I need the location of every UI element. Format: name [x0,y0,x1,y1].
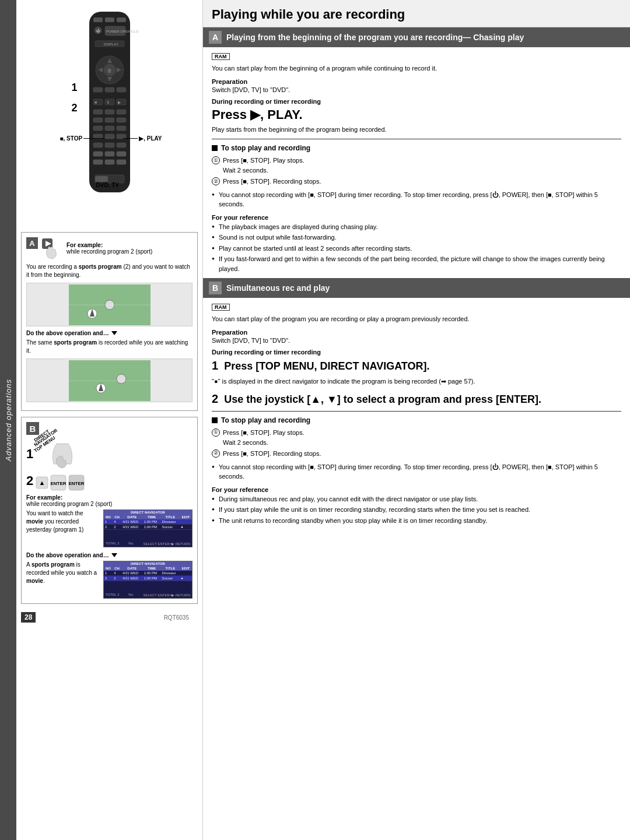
do-above-label: Do the above operation and… [26,330,192,336]
ram-badge-b: RAM [212,304,230,311]
svg-rect-41 [93,152,103,156]
bottom-bar: 28 RQT6035 [21,610,198,625]
svg-text:ENTER: ENTER [51,481,66,486]
dn-title: DIRECT NAVIGATOR [104,510,192,515]
section-b-content: RAM You can start play of the program yo… [203,303,630,525]
stop-label: ■, STOP [60,135,83,142]
svg-text:■: ■ [94,100,97,104]
section-b-title-right: Simultaneous rec and play [226,283,330,293]
section-a-desc2: The same sports program is recorded whil… [26,339,192,355]
svg-rect-2 [105,17,114,22]
ref-label-a: For your reference [212,214,621,221]
section-b-header-right: B Simultaneous rec and play [203,278,630,298]
play-hand-icon [41,237,63,259]
play-label: ▶, PLAY [139,135,162,142]
svg-text:POWER OPEN/CLOSE: POWER OPEN/CLOSE [106,30,139,33]
section-a-badge: A [26,237,38,249]
ref-bullet-item: The playback images are displayed during… [212,222,621,232]
ref-label-b: For your reference [212,486,621,493]
step-num-2: ② [212,177,220,185]
svg-rect-45 [105,160,114,164]
svg-rect-31 [117,118,126,122]
svg-text:DISPLAY: DISPLAY [104,43,118,46]
stop-icon-b [212,417,218,423]
for-example-b: For example: while recording program 2 (… [26,494,192,507]
section-a-badge-right: A [209,31,222,44]
svg-rect-27 [105,110,114,114]
svg-rect-38 [93,143,103,147]
step-1-area: 1 DIRECT NAVIGATOR TOP MENU [26,438,192,470]
step-2-content: You want to watch the movie you recorded… [26,509,192,550]
step-1-num: 1 [26,448,33,461]
svg-rect-18 [105,87,114,92]
soccer-illustration-1 [26,283,192,326]
svg-rect-44 [93,160,103,164]
step-item-b1: ① Press [■, STOP]. Play stops.Wait 2 sec… [212,428,621,447]
section-b-desc: You want to watch the movie you recorded… [26,509,100,546]
preparation-text-b: Switch [DVD, TV] to "DVD". [212,337,621,344]
step-item-b2: ② Press [■, STOP]. Recording stops. [212,449,621,459]
section-a-header: A For example: [26,237,192,259]
stop-rec-heading-b: To stop play and recording [212,416,621,424]
bullet-list-a: You cannot stop recording with [■, STOP]… [212,190,621,209]
step-b-num-1: ① [212,428,220,437]
svg-text:|||: ||| [108,68,111,73]
page-number: 28 [21,612,36,623]
section-a-illustration: A For example: [21,232,198,411]
svg-rect-28 [117,110,126,114]
step1-detail: "●" is displayed in the direct navigator… [212,377,621,386]
press-top-menu-heading: 1 Press [TOP MENU, DIRECT NAVI­GATOR]. [212,358,621,373]
page-title-bar: Playing while you are recording [203,0,630,27]
step-b-num-2: ② [212,449,220,458]
play-result-text: Play starts from the beginning of the pr… [212,126,621,133]
ref-bullet-item-b1: During simultaneous rec and play, you ca… [212,494,621,504]
section-b-intro: You can start play of the program you ar… [212,314,621,324]
use-joystick-heading: 2 Use the joystick [▲, ▼] to select a pr… [212,391,621,406]
preparation-text-a: Switch [DVD, TV] to "DVD". [212,86,621,93]
svg-rect-42 [105,152,114,156]
svg-rect-43 [117,152,126,156]
preparation-label-b: Preparation [212,329,621,336]
stop-icon-a [212,145,218,151]
section-a-intro: You can start play from the beginning of… [212,64,621,73]
step-2-result: A sports program is recorded while you w… [26,561,192,599]
step-2-area: 2 ▲ ENTER ENTER [26,475,192,491]
for-example-sub: while recording program 2 (sport) [66,248,152,255]
svg-rect-32 [93,126,103,131]
ref-bullet-list-b: During simultaneous rec and play, you ca… [212,494,621,526]
sidebar-label: Advanced operations [4,379,13,461]
ref-bullet-list-a: The playback images are displayed during… [212,222,621,274]
section-b-badge-right: B [209,282,222,294]
direct-navigator-screen-2: DIRECT NAVIGATOR NOCHDATETIMETITLEEDIT 1… [103,561,192,599]
arrow-down-b-icon [111,553,117,557]
step-2-num: 2 [26,475,33,491]
press-play-heading: Press ▶, PLAY. [212,107,621,122]
svg-rect-36 [105,134,114,139]
svg-rect-3 [117,17,126,22]
step2-section: 2 Use the joystick [▲, ▼] to select a pr… [212,391,621,406]
section-a-title-right: Playing from the beginning of the progra… [226,33,524,42]
left-column: POWER ⏻ POWER OPEN/CLOSE [16,0,203,840]
section-b-desc2: A sports program is recorded while you w… [26,561,100,595]
during-recording-label-b: During recording or timer recording [212,349,621,356]
enter-button-1: ENTER [50,475,66,491]
bullet-list-b: You cannot stop recording with [■, STOP]… [212,462,621,481]
ref-bullet-item: Play cannot be started until at least 2 … [212,244,621,254]
steps-list-b: ① Press [■, STOP]. Play stops.Wait 2 sec… [212,428,621,459]
arrow-down-icon [111,331,117,335]
section-a-header-right: A Playing from the beginning of the prog… [203,27,630,47]
navigator-icon [48,441,80,470]
svg-rect-29 [93,118,103,122]
svg-rect-39 [105,143,114,147]
ref-bullet-item: If you fast-forward and get to within a … [212,254,621,273]
page-code: RQT6035 [164,614,189,621]
svg-text:▲: ▲ [39,479,46,486]
svg-rect-40 [117,143,126,147]
remote-control-area: POWER ⏻ POWER OPEN/CLOSE [21,6,198,227]
ref-bullet-item: Sound is not output while fast-forwardin… [212,233,621,242]
svg-rect-19 [117,87,126,92]
svg-rect-26 [93,110,103,114]
svg-text:⏻: ⏻ [96,29,100,33]
step-num-1: ① [212,156,220,164]
svg-rect-33 [105,126,114,131]
